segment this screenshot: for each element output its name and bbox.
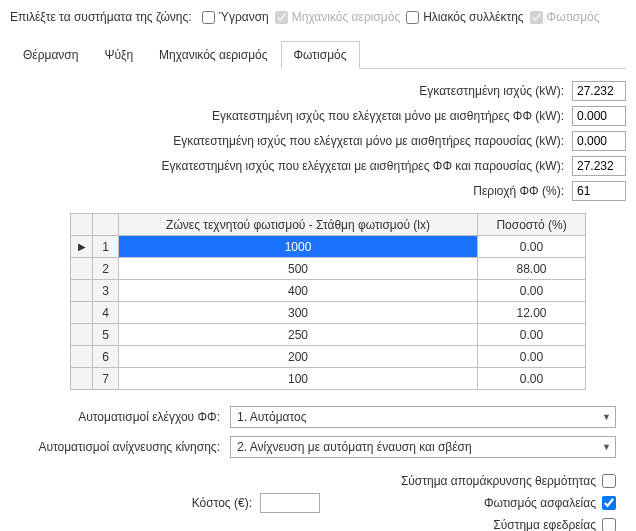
row-number: 4 <box>93 302 119 324</box>
chk-heat-removal-input[interactable] <box>602 474 616 488</box>
combo-group: Αυτοματισμοί ελέγχου ΦΦ: 1. Αυτόματος ▼ … <box>20 406 616 458</box>
field-group: Εγκατεστημένη ισχύς (kW): Εγκατεστημένη … <box>10 81 626 201</box>
field-ff-presence-sensors-input[interactable] <box>572 156 626 176</box>
row-number: 3 <box>93 280 119 302</box>
grid-corner <box>71 214 93 236</box>
combo-motion-value: 2. Ανίχνευση με αυτόματη έναυση και σβέσ… <box>237 440 472 454</box>
grid-col-pct[interactable]: Ποσοστό (%) <box>478 214 586 236</box>
cell-pct[interactable]: 0.00 <box>478 324 586 346</box>
table-row[interactable]: 430012.00 <box>71 302 586 324</box>
row-number: 2 <box>93 258 119 280</box>
row-indicator <box>71 258 93 280</box>
row-number: 7 <box>93 368 119 390</box>
table-row[interactable]: ▶110000.00 <box>71 236 586 258</box>
cell-lx[interactable]: 300 <box>119 302 478 324</box>
chevron-down-icon: ▼ <box>602 412 611 422</box>
chk-humidification[interactable]: Ύγρανση <box>202 10 269 24</box>
table-row[interactable]: 71000.00 <box>71 368 586 390</box>
cost-group: Κόστος (€): <box>20 474 320 531</box>
chk-lighting-input <box>530 11 543 24</box>
combo-ff-control-label: Αυτοματισμοί ελέγχου ΦΦ: <box>20 410 220 424</box>
chk-backup-input[interactable] <box>602 518 616 531</box>
chk-heat-removal[interactable]: Σύστημα απομάκρυνσης θερμότητας <box>401 474 616 488</box>
field-installed-power-input[interactable] <box>572 81 626 101</box>
chk-ventilation-label: Μηχανικός αερισμός <box>292 10 400 24</box>
table-row[interactable]: 250088.00 <box>71 258 586 280</box>
chk-solar-input[interactable] <box>406 11 419 24</box>
cell-lx[interactable]: 100 <box>119 368 478 390</box>
row-indicator: ▶ <box>71 236 93 258</box>
chk-lighting-label: Φωτισμός <box>547 10 600 24</box>
cost-label: Κόστος (€): <box>72 496 252 510</box>
cell-lx[interactable]: 500 <box>119 258 478 280</box>
chk-humidification-label: Ύγρανση <box>219 10 269 24</box>
cell-lx[interactable]: 250 <box>119 324 478 346</box>
table-row[interactable]: 52500.00 <box>71 324 586 346</box>
row-indicator <box>71 302 93 324</box>
tabs: Θέρμανση Ψύξη Μηχανικός αερισμός Φωτισμό… <box>10 40 626 69</box>
field-ff-sensors-label: Εγκατεστημένη ισχύς που ελέγχεται μόνο μ… <box>212 109 564 123</box>
cell-lx[interactable]: 200 <box>119 346 478 368</box>
field-ff-area-input[interactable] <box>572 181 626 201</box>
row-number: 6 <box>93 346 119 368</box>
field-installed-power-label: Εγκατεστημένη ισχύς (kW): <box>419 84 564 98</box>
table-row[interactable]: 34000.00 <box>71 280 586 302</box>
chk-ventilation: Μηχανικός αερισμός <box>275 10 400 24</box>
combo-motion-row: Αυτοματισμοί ανίχνευσης κίνησης: 2. Ανίχ… <box>20 436 616 458</box>
row-indicator <box>71 324 93 346</box>
field-presence-sensors-input[interactable] <box>572 131 626 151</box>
cost-input[interactable] <box>260 493 320 513</box>
grid-rownum-header <box>93 214 119 236</box>
row-indicator <box>71 280 93 302</box>
field-ff-area-label: Περιοχή ΦΦ (%): <box>473 184 564 198</box>
chk-heat-removal-label: Σύστημα απομάκρυνσης θερμότητας <box>401 474 596 488</box>
table-row[interactable]: 62000.00 <box>71 346 586 368</box>
tab-ventilation[interactable]: Μηχανικός αερισμός <box>146 41 280 69</box>
chk-backup-label: Σύστημα εφεδρείας <box>493 518 596 531</box>
bottom-row: Κόστος (€): Σύστημα απομάκρυνσης θερμότη… <box>20 474 616 531</box>
tab-cooling[interactable]: Ψύξη <box>91 41 146 69</box>
row-number: 1 <box>93 236 119 258</box>
cell-pct[interactable]: 88.00 <box>478 258 586 280</box>
tab-lighting[interactable]: Φωτισμός <box>281 41 360 69</box>
row-indicator <box>71 346 93 368</box>
combo-motion[interactable]: 2. Ανίχνευση με αυτόματη έναυση και σβέσ… <box>230 436 616 458</box>
lighting-zones-grid: Ζώνες τεχνητού φωτισμού - Στάθμη φωτισμο… <box>70 213 586 390</box>
cell-lx[interactable]: 400 <box>119 280 478 302</box>
chk-lighting: Φωτισμός <box>530 10 600 24</box>
field-ff-sensors-input[interactable] <box>572 106 626 126</box>
cell-pct[interactable]: 12.00 <box>478 302 586 324</box>
chk-safety-lighting[interactable]: Φωτισμός ασφαλείας <box>484 496 616 510</box>
chk-humidification-input[interactable] <box>202 11 215 24</box>
chevron-down-icon: ▼ <box>602 442 611 452</box>
cell-lx[interactable]: 1000 <box>119 236 478 258</box>
cell-pct[interactable]: 0.00 <box>478 368 586 390</box>
field-ff-sensors: Εγκατεστημένη ισχύς που ελέγχεται μόνο μ… <box>10 106 626 126</box>
field-presence-sensors-label: Εγκατεστημένη ισχύς που ελέγχεται μόνο μ… <box>173 134 564 148</box>
field-installed-power: Εγκατεστημένη ισχύς (kW): <box>10 81 626 101</box>
right-check-group: Σύστημα απομάκρυνσης θερμότητας Φωτισμός… <box>340 474 616 531</box>
combo-ff-control-value: 1. Αυτόματος <box>237 410 307 424</box>
chk-safety-lighting-input[interactable] <box>602 496 616 510</box>
field-ff-presence-sensors-label: Εγκατεστημένη ισχύς που ελέγχεται με αισ… <box>162 159 564 173</box>
systems-row: Επιλέξτε τα συστήματα της ζώνης: Ύγρανση… <box>10 8 626 30</box>
tab-heating[interactable]: Θέρμανση <box>10 41 91 69</box>
chk-safety-lighting-label: Φωτισμός ασφαλείας <box>484 496 596 510</box>
combo-ff-control-row: Αυτοματισμοί ελέγχου ΦΦ: 1. Αυτόματος ▼ <box>20 406 616 428</box>
field-ff-area: Περιοχή ΦΦ (%): <box>10 181 626 201</box>
chk-solar[interactable]: Ηλιακός συλλέκτης <box>406 10 523 24</box>
combo-motion-label: Αυτοματισμοί ανίχνευσης κίνησης: <box>20 440 220 454</box>
field-ff-presence-sensors: Εγκατεστημένη ισχύς που ελέγχεται με αισ… <box>10 156 626 176</box>
cell-pct[interactable]: 0.00 <box>478 346 586 368</box>
grid-col-lx[interactable]: Ζώνες τεχνητού φωτισμού - Στάθμη φωτισμο… <box>119 214 478 236</box>
row-indicator <box>71 368 93 390</box>
field-presence-sensors: Εγκατεστημένη ισχύς που ελέγχεται μόνο μ… <box>10 131 626 151</box>
cell-pct[interactable]: 0.00 <box>478 280 586 302</box>
chk-backup[interactable]: Σύστημα εφεδρείας <box>493 518 616 531</box>
chk-ventilation-input <box>275 11 288 24</box>
chk-solar-label: Ηλιακός συλλέκτης <box>423 10 523 24</box>
window-root: Επιλέξτε τα συστήματα της ζώνης: Ύγρανση… <box>0 0 636 531</box>
row-number: 5 <box>93 324 119 346</box>
combo-ff-control[interactable]: 1. Αυτόματος ▼ <box>230 406 616 428</box>
cell-pct[interactable]: 0.00 <box>478 236 586 258</box>
